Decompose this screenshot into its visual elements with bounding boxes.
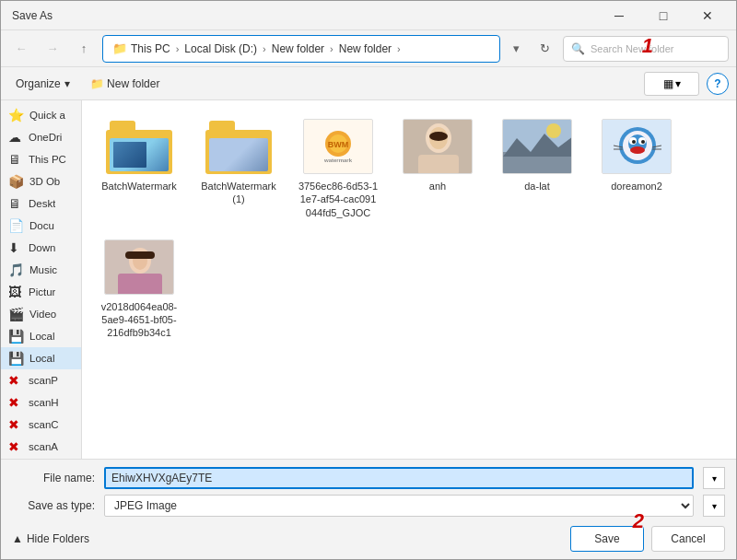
file-item-bwm2[interactable]: BatchWatermark(1) [193, 111, 285, 225]
file-label-v2018: v2018d064ea08-5ae9-4651-bf05-216dfb9b34c… [101, 300, 178, 340]
sidebar-label-desktop: Deskt [29, 198, 55, 209]
sidebar-item-desktop[interactable]: 🖥 Deskt [1, 192, 81, 215]
sidebar-label-quick-access: Quick a [29, 110, 65, 121]
sidebar-item-scana[interactable]: ✖ scanA [1, 436, 81, 458]
file-label-bwm1: BatchWatermark [101, 180, 177, 192]
view-icon: ▦ [663, 77, 673, 90]
file-item-anh[interactable]: anh [392, 111, 484, 225]
sidebar-label-scanh: scanH [29, 397, 59, 408]
svg-point-22 [630, 146, 645, 154]
sidebar-item-music[interactable]: 🎵 Music [1, 259, 81, 281]
sidebar-item-scanh[interactable]: ✖ scanH [1, 391, 81, 414]
sidebar-label-local-c: Local [29, 331, 55, 342]
view-chevron: ▾ [675, 77, 681, 90]
file-label-anh: anh [429, 180, 446, 192]
refresh-button[interactable]: ↻ [532, 36, 557, 62]
forward-button[interactable]: → [40, 36, 65, 62]
minimize-button[interactable]: ─ [598, 1, 640, 30]
sidebar-item-pictures[interactable]: 🖼 Pictur [1, 281, 81, 303]
videos-icon: 🎬 [8, 307, 24, 321]
sidebar-label-scanp: scanP [29, 375, 58, 386]
file-thumb-doreamon2 [600, 117, 673, 176]
filetype-dropdown[interactable]: ▾ [703, 495, 725, 517]
local-c-icon: 💾 [8, 329, 24, 344]
sidebar-item-scanc[interactable]: ✖ scanC [1, 414, 81, 436]
organize-chevron: ▾ [64, 77, 70, 90]
sidebar-item-scanp[interactable]: ✖ scanP [1, 369, 81, 391]
dropdown-path-button[interactable]: ▾ [506, 36, 526, 62]
svg-point-20 [632, 140, 636, 144]
logo-image: BWM watermark [303, 119, 373, 174]
sidebar-item-quick-access[interactable]: ⭐ Quick a [1, 104, 81, 126]
file-item-v2018[interactable]: v2018d064ea08-5ae9-4651-bf05-216dfb9b34c… [93, 232, 185, 345]
documents-icon: 📄 [8, 218, 24, 233]
dalat-image [502, 119, 572, 174]
cancel-button[interactable]: Cancel [651, 526, 725, 552]
window-controls: ─ □ ✕ [598, 1, 729, 30]
sidebar-label-pictures: Pictur [29, 286, 55, 298]
scanc-icon: ✖ [8, 417, 23, 432]
new-folder-button[interactable]: 📁 New folder [85, 76, 166, 92]
organize-button[interactable]: Organize ▾ [8, 72, 77, 96]
search-box[interactable]: 🔍 Search New folder [563, 36, 729, 62]
svg-point-21 [641, 140, 645, 144]
hide-folders-button[interactable]: ▲ Hide Folders [12, 532, 89, 545]
sidebar-label-3d: 3D Ob [29, 176, 60, 187]
sidebar-item-videos[interactable]: 🎬 Video [1, 303, 81, 325]
save-button[interactable]: Save [570, 526, 644, 552]
title-bar: Save As ─ □ ✕ [1, 1, 736, 30]
sidebar-item-3d[interactable]: 📦 3D Ob [1, 170, 81, 192]
maximize-button[interactable]: □ [642, 1, 684, 30]
file-item-dalat[interactable]: da-lat [491, 111, 583, 225]
sidebar: ⭐ Quick a ☁ OneDri 🖥 This PC 📦 3D Ob 🖥 D… [1, 100, 82, 459]
file-item-logo[interactable]: BWM watermark 3756ec86-6d53-11e7-af54-ca… [292, 111, 384, 225]
sidebar-label-music: Music [29, 264, 57, 275]
search-placeholder: Search New folder [591, 43, 674, 54]
sidebar-label-local-d: Local [29, 353, 55, 364]
sidebar-label-scana: scanA [29, 441, 58, 452]
sidebar-label-downloads: Down [29, 242, 55, 253]
sidebar-item-documents[interactable]: 📄 Docu [1, 215, 81, 237]
file-thumb-v2018 [102, 238, 176, 297]
file-item-doreamon2[interactable]: doreamon2 [591, 111, 683, 225]
onedrive-icon: ☁ [8, 130, 23, 145]
scanh-icon: ✖ [8, 395, 23, 410]
file-label-bwm2: BatchWatermark(1) [201, 180, 276, 206]
dialog-title: Save As [12, 9, 53, 22]
doreamon2-image [602, 119, 672, 174]
filetype-select[interactable]: JPEG Image [104, 495, 694, 517]
sidebar-item-local-d[interactable]: 💾 Local [1, 347, 81, 369]
desktop-icon: 🖥 [8, 196, 23, 211]
hide-folders-label: Hide Folders [27, 532, 89, 545]
file-label-dalat: da-lat [524, 180, 550, 192]
scanp-icon: ✖ [8, 373, 23, 388]
help-button[interactable]: ? [707, 73, 729, 95]
file-label-doreamon2: doreamon2 [611, 180, 662, 192]
filename-dropdown[interactable]: ▾ [703, 467, 725, 489]
path-newfolder1: New folder [272, 42, 324, 55]
sidebar-item-local-c[interactable]: 💾 Local [1, 325, 81, 347]
sidebar-item-onedrive[interactable]: ☁ OneDri [1, 126, 81, 148]
svg-text:BWM: BWM [328, 140, 349, 149]
back-button[interactable]: ← [8, 36, 34, 62]
file-thumb-anh [401, 117, 474, 176]
up-button[interactable]: ↑ [71, 36, 97, 62]
svg-rect-31 [125, 251, 155, 259]
sidebar-item-downloads[interactable]: ⬇ Down [1, 237, 81, 259]
filename-input[interactable] [104, 467, 694, 489]
address-bar[interactable]: 📁 This PC › Local Disk (D:) › New folder… [102, 35, 500, 63]
view-button[interactable]: ▦ ▾ [644, 72, 699, 96]
sidebar-item-thispc[interactable]: 🖥 This PC [1, 148, 81, 170]
search-icon: 🔍 [571, 42, 585, 55]
downloads-icon: ⬇ [8, 240, 23, 255]
chevron-up-icon: ▲ [12, 532, 23, 545]
address-row: ← → ↑ 📁 This PC › Local Disk (D:) › New … [1, 30, 736, 67]
save-as-dialog: 1 2 Save As ─ □ ✕ ← → ↑ 📁 This PC › Loca… [0, 0, 737, 560]
file-item-bwm1[interactable]: BatchWatermark [93, 111, 185, 225]
path-newfolder2: New folder [339, 42, 392, 55]
filename-label: File name: [12, 472, 95, 484]
svg-point-13 [546, 123, 561, 138]
sidebar-label-scanc: scanC [29, 419, 59, 430]
file-area: BatchWatermark BatchWatermark(1) [82, 100, 736, 459]
close-button[interactable]: ✕ [686, 1, 729, 30]
